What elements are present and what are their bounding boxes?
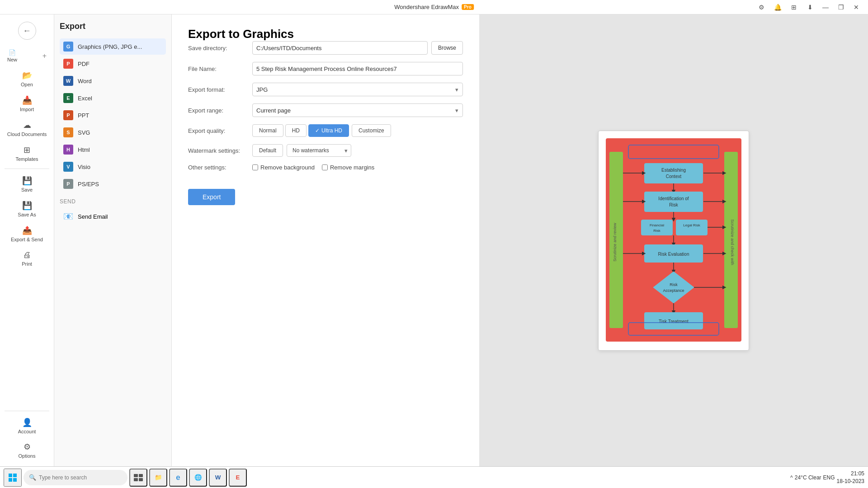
minimize-button[interactable]: — xyxy=(819,1,832,14)
export-item-pseps[interactable]: P PS/EPS xyxy=(60,176,166,192)
back-button[interactable]: ← xyxy=(18,22,36,40)
sidebar-item-import[interactable]: 📥 Import xyxy=(3,92,51,116)
word-taskbar-button[interactable]: W xyxy=(209,469,227,487)
export-panel: Export G Graphics (PNG, JPG e... P PDF W… xyxy=(54,14,172,466)
remove-margins-checkbox[interactable] xyxy=(322,164,328,170)
sidebar-label-export: Export & Send xyxy=(11,237,43,242)
save-directory-controls: Browse xyxy=(252,41,463,55)
browse-button[interactable]: Browse xyxy=(431,41,463,55)
file-name-input[interactable] xyxy=(252,62,463,75)
export-range-select[interactable]: Current page All pages xyxy=(252,103,463,117)
watermark-select[interactable]: No watermarks Custom watermark xyxy=(287,144,351,157)
sidebar-bottom: 👤 Account ⚙ Options xyxy=(0,408,54,463)
watermark-group: Default No watermarks Custom watermark xyxy=(252,144,463,157)
export-item-html[interactable]: H Html xyxy=(60,141,166,158)
taskbar-search-bar[interactable]: 🔍 xyxy=(24,470,127,485)
svg-text:Scrutinize and check with: Scrutinize and check with xyxy=(730,219,735,265)
sidebar-label-print: Print xyxy=(22,261,32,267)
sidebar-item-print[interactable]: 🖨 Print xyxy=(3,247,51,270)
export-item-svg[interactable]: S SVG xyxy=(60,124,166,141)
chrome-icon: 🌐 xyxy=(194,474,202,481)
export-item-ppt[interactable]: P PPT xyxy=(60,107,166,123)
settings-icon-btn[interactable]: ⚙ xyxy=(755,1,768,14)
svg-text:Risk: Risk xyxy=(653,229,661,233)
restore-button[interactable]: ❐ xyxy=(835,1,847,14)
sidebar-label-open: Open xyxy=(21,82,33,87)
file-name-label: File Name: xyxy=(188,66,247,72)
export-item-pdf[interactable]: P PDF xyxy=(60,56,166,72)
task-view-button[interactable] xyxy=(129,469,147,487)
sidebar-item-new[interactable]: 📄 New + xyxy=(3,46,51,66)
start-button[interactable] xyxy=(4,469,22,487)
taskbar-lang: ENG xyxy=(823,474,835,481)
notifications-icon-btn[interactable]: 🔔 xyxy=(771,1,784,14)
svg-rect-38 xyxy=(9,474,12,477)
watermark-label: Watermark settings: xyxy=(188,147,247,154)
grid-icon-btn[interactable]: ⊞ xyxy=(788,1,800,14)
account-icon: 👤 xyxy=(22,418,32,427)
remove-background-label[interactable]: Remove background xyxy=(252,164,315,171)
edraw-taskbar-button[interactable]: E xyxy=(229,469,247,487)
send-section-title: Send xyxy=(60,198,166,205)
export-format-label: Export format: xyxy=(188,86,247,93)
svg-rect-12 xyxy=(644,192,703,212)
svg-text:Establishing: Establishing xyxy=(661,168,686,173)
svg-rect-41 xyxy=(13,478,17,482)
customize-button[interactable]: Customize xyxy=(352,124,391,137)
ultrahd-check-icon: ✓ xyxy=(315,127,320,134)
svg-rect-18 xyxy=(641,220,673,235)
preview-card: Scrutinize and review Scrutinize and che… xyxy=(598,131,749,351)
sidebar-item-saveas[interactable]: 💾 Save As xyxy=(3,197,51,221)
save-directory-label: Save directory: xyxy=(188,45,247,52)
sidebar-item-account[interactable]: 👤 Account xyxy=(3,414,51,438)
export-item-visio[interactable]: V Visio xyxy=(60,159,166,175)
sidebar-label-import: Import xyxy=(20,107,34,112)
chrome-button[interactable]: 🌐 xyxy=(189,469,207,487)
cloud-icon: ☁ xyxy=(23,120,31,130)
temp-text: 24°C xyxy=(795,474,807,481)
send-email-item[interactable]: 📧 Send Email xyxy=(60,208,166,225)
quality-normal-button[interactable]: Normal xyxy=(252,124,283,137)
excel-item-label: Excel xyxy=(78,95,92,102)
close-button[interactable]: ✕ xyxy=(850,1,863,14)
quality-ultrahd-button[interactable]: ✓ Ultra HD xyxy=(308,124,349,137)
export-format-row: Export format: JPG PNG BMP SVG xyxy=(188,83,463,96)
download-icon-btn[interactable]: ⬇ xyxy=(804,1,816,14)
sidebar-item-options[interactable]: ⚙ Options xyxy=(3,438,51,462)
preview-section: Scrutinize and review Scrutinize and che… xyxy=(479,14,868,466)
watermark-select-wrapper: No watermarks Custom watermark xyxy=(287,144,351,157)
svg-rect-43 xyxy=(139,474,143,477)
sidebar-item-templates[interactable]: ⊞ Templates xyxy=(3,141,51,165)
export-quality-row: Export quality: Normal HD ✓ Ultra HD Cus… xyxy=(188,124,463,137)
taskbar-chevron-icon[interactable]: ^ xyxy=(790,474,793,481)
svg-text:Risk: Risk xyxy=(669,202,678,207)
sidebar-divider-1 xyxy=(5,169,49,169)
sidebar-item-cloud[interactable]: ☁ Cloud Documents xyxy=(3,117,51,141)
export-range-label: Export range: xyxy=(188,107,247,114)
remove-margins-label[interactable]: Remove margins xyxy=(322,164,374,171)
remove-background-checkbox[interactable] xyxy=(252,164,258,170)
form-and-preview: Export to Graphics Save directory: Brows… xyxy=(172,14,868,466)
sidebar-item-export[interactable]: 📤 Export & Send xyxy=(3,222,51,246)
sidebar-item-save[interactable]: 💾 Save xyxy=(3,172,51,196)
file-explorer-button[interactable]: 📁 xyxy=(149,469,167,487)
edge-button[interactable]: e xyxy=(169,469,187,487)
export-item-word[interactable]: W Word xyxy=(60,73,166,89)
sidebar-item-open[interactable]: 📂 Open xyxy=(3,67,51,91)
flowchart-preview: Scrutinize and review Scrutinize and che… xyxy=(606,138,741,342)
watermark-default-button[interactable]: Default xyxy=(252,144,283,157)
export-button[interactable]: Export xyxy=(188,189,235,205)
export-item-graphics[interactable]: G Graphics (PNG, JPG e... xyxy=(60,38,166,55)
export-panel-title: Export xyxy=(60,22,166,31)
sidebar-label-cloud: Cloud Documents xyxy=(7,131,47,137)
svg-text:Risk: Risk xyxy=(670,282,678,287)
titlebar-right-icons: ⚙ 🔔 ⊞ ⬇ xyxy=(755,1,816,14)
titlebar: Wondershare EdrawMax Pro ⚙ 🔔 ⊞ ⬇ — ❐ ✕ xyxy=(0,0,868,14)
quality-hd-button[interactable]: HD xyxy=(285,124,307,137)
export-format-select[interactable]: JPG PNG BMP SVG xyxy=(252,83,463,96)
save-directory-input[interactable] xyxy=(252,41,428,55)
taskbar-search-input[interactable] xyxy=(39,474,111,481)
svg-file-icon: S xyxy=(63,127,73,137)
file-explorer-icon: 📁 xyxy=(155,474,162,481)
export-item-excel[interactable]: E Excel xyxy=(60,90,166,106)
